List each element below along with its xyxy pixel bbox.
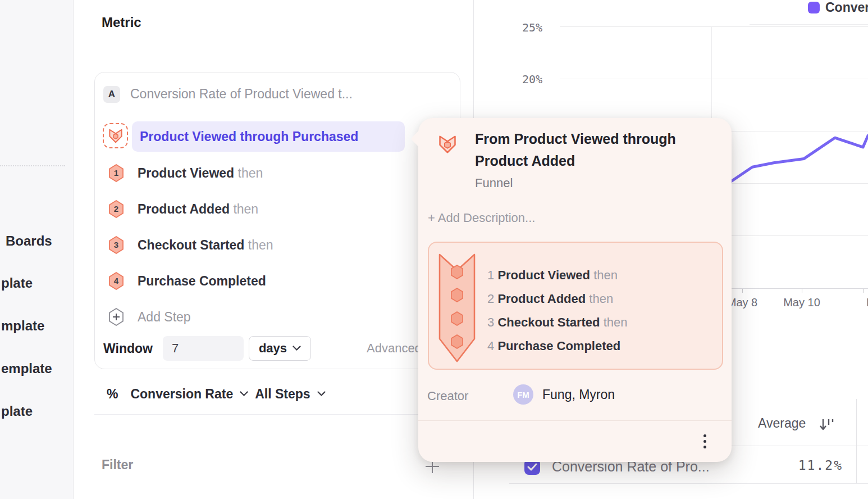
metric-card: A Conversion Rate of Product Viewed t...…: [94, 72, 460, 369]
selected-funnel[interactable]: Product Viewed through Purchased: [132, 121, 405, 152]
funnel-steps-card: 1 Product Viewed then 2 Product Added th…: [428, 242, 723, 370]
window-unit-value: days: [259, 341, 287, 356]
add-step-button[interactable]: Add Step: [138, 308, 191, 326]
sidebar-item-template-4[interactable]: plate: [1, 403, 33, 419]
sidebar-divider: [0, 165, 65, 166]
series-a-badge: A: [103, 86, 120, 103]
funnel-details-popover: From Product Viewed through Product Adde…: [418, 118, 732, 462]
popover-footer-divider: [418, 420, 732, 421]
window-label: Window: [103, 336, 153, 361]
sidebar: Boards plate mplate emplate plate: [0, 0, 74, 499]
step-row-4[interactable]: Purchase Completed: [138, 272, 266, 290]
step-3-name: Checkout Started: [138, 238, 244, 252]
average-column-header[interactable]: Average: [758, 416, 806, 431]
table-column-divider: [856, 399, 857, 483]
step-2-name: Product Added: [138, 202, 230, 216]
popover-step-1-then: then: [593, 268, 618, 282]
popover-step-2: 2 Product Added then: [487, 292, 613, 306]
all-steps-dropdown[interactable]: All Steps: [255, 387, 310, 402]
measurement-row: % Conversion Rate All Steps: [107, 385, 326, 402]
popover-step-3-then: then: [604, 315, 628, 329]
conversion-line-path: [728, 135, 868, 184]
popover-step-1-name: Product Viewed: [497, 268, 590, 282]
popover-step-1-num: 1: [487, 268, 494, 282]
popover-step-2-num: 2: [487, 292, 494, 306]
chevron-down-icon: [293, 346, 301, 351]
popover-step-1: 1 Product Viewed then: [487, 269, 618, 282]
step-4-name: Purchase Completed: [138, 274, 266, 288]
creator-label: Creator: [427, 389, 468, 403]
popover-type-label: Funnel: [475, 176, 513, 190]
creator-name: Fung, Myron: [542, 387, 615, 402]
step-row-3[interactable]: Checkout Started then: [138, 236, 273, 254]
section-divider: [94, 414, 460, 415]
table-row-average-value: 11.2%: [781, 458, 843, 473]
step-1-name: Product Viewed: [138, 166, 234, 180]
conversion-rate-dropdown[interactable]: Conversion Rate: [130, 387, 233, 402]
table-row-border: [509, 483, 868, 484]
popover-step-4: 4 Purchase Completed: [487, 339, 620, 353]
popover-title: From Product Viewed through Product Adde…: [475, 128, 716, 172]
step-4-number: 4: [108, 276, 124, 285]
sort-descending-icon[interactable]: [819, 417, 834, 433]
add-step-hexagon-icon: [108, 308, 124, 326]
advanced-link[interactable]: Advanced: [367, 336, 422, 361]
step-2-then: then: [233, 202, 258, 216]
metric-panel: Metric A Conversion Rate of Product View…: [74, 0, 474, 499]
percent-symbol: %: [107, 387, 118, 402]
chevron-down-icon[interactable]: [240, 391, 248, 397]
kebab-menu-icon[interactable]: [703, 434, 707, 450]
popover-step-2-then: then: [589, 292, 613, 306]
popover-step-4-name: Purchase Completed: [497, 339, 620, 353]
funnel-banner-icon: [438, 253, 476, 364]
series-title[interactable]: Conversion Rate of Product Viewed t...: [130, 87, 353, 102]
add-description-button[interactable]: + Add Description...: [428, 211, 535, 225]
check-icon: [527, 463, 537, 471]
popover-step-4-num: 4: [487, 339, 494, 353]
popover-step-3-num: 3: [487, 315, 494, 329]
popover-step-2-name: Product Added: [497, 292, 586, 306]
filter-heading: Filter: [102, 457, 133, 473]
window-unit-select[interactable]: days: [249, 336, 311, 361]
step-row-1[interactable]: Product Viewed then: [138, 164, 263, 182]
popover-step-3: 3 Checkout Started then: [487, 316, 627, 329]
selected-funnel-label: Product Viewed through Purchased: [140, 129, 358, 144]
step-3-then: then: [248, 238, 273, 252]
window-input[interactable]: [163, 336, 244, 361]
step-1-number: 1: [108, 168, 124, 178]
step-row-2[interactable]: Product Added then: [138, 200, 258, 218]
sidebar-item-template-1[interactable]: plate: [1, 275, 33, 291]
funnel-icon: [437, 134, 458, 155]
step-2-number: 2: [108, 204, 124, 214]
funnel-event-iconbox[interactable]: [103, 123, 128, 148]
chevron-down-icon[interactable]: [317, 391, 326, 397]
metric-heading: Metric: [102, 15, 141, 30]
funnel-icon: [107, 128, 124, 144]
popover-step-3-name: Checkout Started: [497, 315, 600, 329]
step-3-number: 3: [108, 240, 124, 250]
sidebar-item-boards[interactable]: Boards: [6, 233, 52, 249]
sidebar-item-template-2[interactable]: mplate: [1, 318, 44, 334]
sidebar-item-template-3[interactable]: emplate: [1, 361, 52, 376]
creator-avatar: FM: [513, 384, 533, 405]
step-1-then: then: [238, 166, 263, 180]
